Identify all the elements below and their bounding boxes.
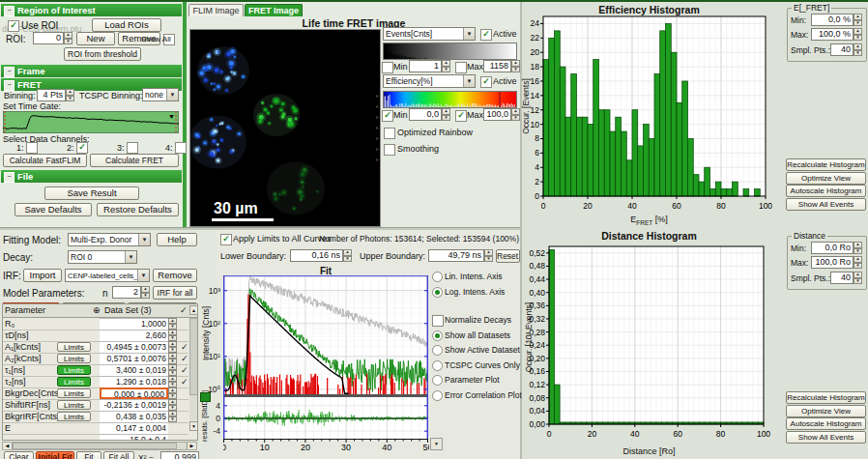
binning-field[interactable]: 4 Pts — [37, 89, 66, 101]
reset-range-button[interactable]: Reset Ra — [496, 249, 520, 263]
n-field[interactable]: 2 — [112, 286, 141, 299]
efret-smpl-spinner[interactable]: ▲▼ — [854, 43, 862, 56]
radio-icon[interactable] — [432, 272, 443, 282]
upper-boundary-field[interactable]: 49,79 ns — [428, 249, 484, 262]
apply-limits-checkbox[interactable]: ✓ — [220, 234, 232, 245]
fit-option[interactable]: Show Active Dataset — [432, 343, 520, 358]
distance-min-spinner[interactable]: ▲▼ — [854, 242, 862, 254]
recalculate-histogram-button[interactable]: Recalculate Histogram — [786, 391, 866, 404]
efficiency-max-spinner[interactable]: ▲▼ — [511, 108, 520, 121]
roi-from-threshold-button[interactable]: ROI from threshold — [64, 47, 141, 61]
roi-section-header[interactable]: − Region of Interest — [1, 4, 182, 16]
tab-fret-image[interactable]: FRET Image — [245, 4, 303, 16]
distance-min-field[interactable]: 0,0 Ro — [811, 242, 854, 254]
fit-option[interactable]: Lin. Intens. Axis — [432, 270, 520, 284]
param-value[interactable]: 1,290 ± 0,018 — [100, 376, 168, 387]
param-value[interactable]: 3,400 ± 0,019 — [100, 364, 168, 376]
param-value[interactable]: 0,000 ± 0,000 — [100, 387, 168, 399]
resid-drag-handle[interactable] — [200, 392, 211, 402]
time-gate-plot[interactable]: ▼ — [3, 111, 179, 133]
save-result-button[interactable]: Save Result — [44, 186, 139, 200]
roi-spinner[interactable]: ▲▼ — [64, 32, 72, 44]
recalculate-histogram-button[interactable]: Recalculate Histogram — [786, 158, 866, 171]
events-max-field[interactable]: 1158 — [483, 60, 511, 72]
param-value[interactable]: 0,5701 ± 0,0076 — [100, 353, 168, 364]
param-spinner[interactable]: ▲▼ — [168, 353, 177, 364]
upper-boundary-spinner[interactable]: ▲▼ — [484, 249, 493, 262]
param-spinner[interactable]: ▲▼ — [168, 330, 177, 341]
distance-smpl-spinner[interactable]: ▲▼ — [854, 272, 862, 284]
param-value[interactable]: 2,660 — [100, 330, 168, 341]
chevron-down-icon[interactable]: ▼ — [463, 75, 475, 87]
check-icon[interactable]: ✓ — [181, 377, 188, 387]
hscroll-thumb[interactable] — [13, 443, 177, 449]
tcspc-binning-dropdown[interactable]: none▼ — [142, 88, 179, 101]
collapse-icon[interactable]: − — [4, 67, 14, 77]
chevron-down-icon[interactable]: ▼ — [463, 28, 475, 40]
distance-max-field[interactable]: 100,0 Ro — [811, 256, 854, 269]
events-gradient-bar[interactable] — [383, 43, 517, 60]
show-all-events-button[interactable]: Show All Events — [786, 198, 866, 211]
limits-button[interactable]: Limits — [57, 412, 91, 421]
chevron-down-icon[interactable]: ▼ — [137, 270, 149, 281]
fit-option[interactable]: Log. Intens. Axis — [432, 285, 520, 300]
efficiency-max-field[interactable]: 100,0 — [483, 108, 511, 121]
optimize-view-button[interactable]: Optimize View — [786, 172, 866, 185]
limits-button[interactable]: Limits — [57, 377, 91, 387]
events-min-field[interactable]: 1 — [409, 60, 442, 72]
chevron-down-icon[interactable]: ▼ — [166, 89, 178, 100]
limits-button[interactable]: Limits — [57, 365, 91, 375]
clear-button[interactable]: Clear — [4, 451, 34, 459]
radio-icon[interactable] — [432, 390, 443, 401]
channel1-display-dropdown[interactable]: Events[Cnts]▼ — [383, 27, 476, 41]
collapse-icon[interactable]: − — [4, 172, 14, 183]
limits-button[interactable]: Limits — [57, 388, 91, 398]
param-value[interactable]: -0,2136 ± 0,0019 — [100, 399, 168, 411]
events-active-checkbox[interactable]: ✓ — [480, 29, 492, 41]
irf-for-all-button[interactable]: IRF for all — [153, 286, 197, 300]
collapse-icon[interactable]: − — [4, 6, 14, 16]
chevron-down-icon[interactable]: ▼ — [125, 251, 136, 263]
n-spinner[interactable]: ▲▼ — [141, 286, 150, 299]
optimize-view-button[interactable]: Optimize View — [786, 405, 866, 417]
irf-import-button[interactable]: Import — [23, 269, 62, 282]
efficiency-min-spinner[interactable]: ▲▼ — [442, 108, 450, 121]
irf-remove-button[interactable]: Remove — [153, 269, 197, 282]
radio-icon[interactable] — [432, 375, 443, 386]
binning-spinner[interactable]: ▲▼ — [66, 89, 74, 101]
efficiency-gradient-bar[interactable] — [383, 91, 517, 108]
efficiency-max-checkbox[interactable]: ✓ — [455, 110, 467, 122]
calculate-fret-button[interactable]: Calculate FRET — [90, 154, 179, 167]
param-spinner[interactable]: ▲▼ — [168, 341, 177, 353]
optimized-rainbow-checkbox[interactable] — [384, 128, 395, 139]
check-icon[interactable]: ✓ — [181, 354, 188, 363]
param-value[interactable]: 0,4945 ± 0,0073 — [100, 341, 168, 353]
events-min-spinner[interactable]: ▲▼ — [442, 60, 450, 72]
fret-image[interactable]: 30 µm — [189, 29, 381, 227]
param-spinner[interactable]: ▲▼ — [168, 364, 177, 376]
radio-icon[interactable] — [432, 330, 443, 341]
fit-option[interactable]: Error Correlation Plot — [432, 388, 520, 403]
globe-icon[interactable]: ⊕ — [93, 305, 101, 315]
image-splitter-arrows[interactable]: ▸▸▸▸▸▸▸ — [376, 91, 382, 165]
table-hscrollbar[interactable]: ◀ ▶ — [2, 442, 197, 450]
save-defaults-button[interactable]: Save Defaults — [14, 203, 92, 216]
limits-button[interactable]: Limits — [57, 354, 91, 363]
frame-section-header[interactable]: − Frame — [1, 65, 182, 77]
events-min-checkbox[interactable] — [382, 62, 393, 73]
decay-dropdown[interactable]: ROI 0▼ — [68, 250, 137, 264]
radio-icon[interactable] — [432, 287, 443, 298]
lower-boundary-field[interactable]: 0,16 ns — [290, 249, 343, 262]
help-button[interactable]: Help — [157, 233, 197, 246]
param-spinner[interactable]: ▲▼ — [168, 318, 177, 330]
param-value[interactable]: 1,0000 — [100, 318, 168, 330]
efret-max-spinner[interactable]: ▲▼ — [854, 28, 862, 41]
autoscale-histogram-button[interactable]: Autoscale Histogram — [786, 417, 866, 430]
check-icon[interactable]: ✓ — [181, 342, 188, 352]
plot-scroll-button[interactable]: ▼ — [430, 438, 443, 450]
check-icon[interactable]: ✓ — [181, 365, 188, 375]
radio-icon[interactable] — [432, 345, 443, 356]
tab-flim-image[interactable]: FLIM Image — [188, 4, 244, 16]
efret-smpl-field[interactable]: 40 — [830, 43, 854, 56]
channel-checkbox[interactable] — [175, 142, 187, 154]
